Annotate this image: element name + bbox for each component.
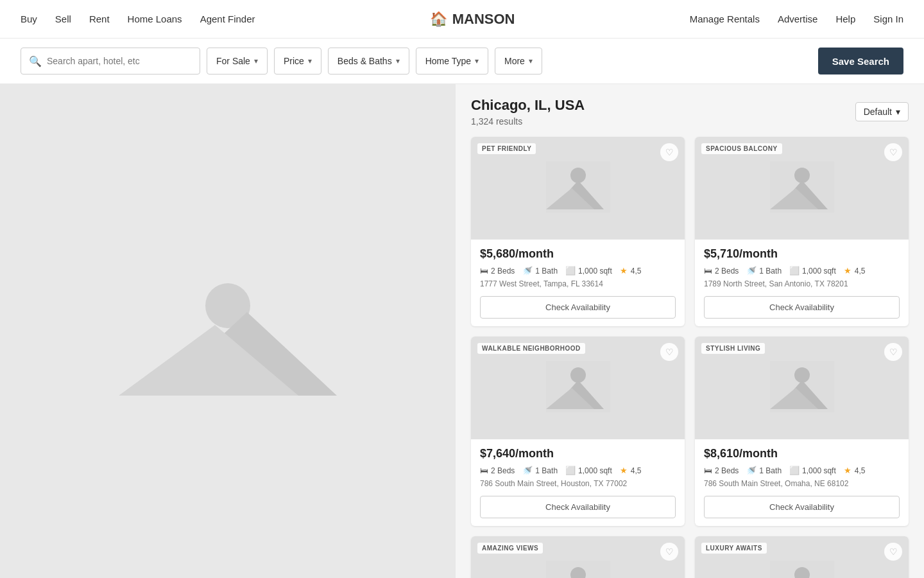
home-type-label: Home Type <box>425 56 471 66</box>
check-availability-button[interactable]: Check Availability <box>704 296 900 319</box>
rating-value: 4,5 <box>855 267 866 276</box>
star-rating: ★ 4,5 <box>620 266 642 276</box>
favorite-button[interactable]: ♡ <box>660 543 678 561</box>
star-rating: ★ 4,5 <box>844 266 866 276</box>
area-icon: ⬜ <box>565 466 576 475</box>
card-price: $5,710/month <box>704 247 900 261</box>
price-filter[interactable]: Price ▾ <box>274 48 321 74</box>
logo-text: MANSON <box>452 11 515 28</box>
baths-value: 1 Bath <box>535 466 558 475</box>
card-badge: AMAZING VIEWS <box>477 543 543 554</box>
star-icon: ★ <box>844 466 851 475</box>
card-details: 🛏 2 Beds 🚿 1 Bath ⬜ 1,000 sqft ★ 4,5 <box>704 466 900 475</box>
card-price: $5,680/month <box>480 247 676 261</box>
card-image: LUXURY AWAITS ♡ <box>695 536 909 578</box>
baths-value: 1 Bath <box>759 466 782 475</box>
chevron-down-icon: ▾ <box>529 57 533 66</box>
baths-detail: 🚿 1 Bath <box>746 466 782 475</box>
baths-detail: 🚿 1 Bath <box>746 266 782 276</box>
save-search-button[interactable]: Save Search <box>818 48 903 74</box>
area-icon: ⬜ <box>789 266 800 276</box>
results-info: Chicago, IL, USA 1,324 results <box>471 97 585 127</box>
listing-card: AMAZING VIEWS ♡ <box>471 536 685 578</box>
bath-icon: 🚿 <box>522 466 533 475</box>
card-address: 786 South Main Street, Omaha, NE 68102 <box>704 479 900 488</box>
results-header: Chicago, IL, USA 1,324 results Default ▾ <box>471 97 909 127</box>
chevron-down-icon: ▾ <box>896 107 900 117</box>
nav-help[interactable]: Help <box>835 13 855 24</box>
favorite-button[interactable]: ♡ <box>884 143 902 161</box>
beds-value: 2 Beds <box>491 267 515 276</box>
chevron-down-icon: ▾ <box>475 57 479 66</box>
sqft-value: 1,000 sqft <box>578 267 612 276</box>
beds-value: 2 Beds <box>715 267 739 276</box>
more-filter[interactable]: More ▾ <box>495 48 542 74</box>
beds-baths-filter[interactable]: Beds & Baths ▾ <box>328 48 409 74</box>
nav-home-loans[interactable]: Home Loans <box>128 13 182 24</box>
beds-value: 2 Beds <box>715 466 739 475</box>
home-type-filter[interactable]: Home Type ▾ <box>416 48 488 74</box>
house-icon: 🏠 <box>430 11 447 28</box>
card-badge: LUXURY AWAITS <box>701 543 767 554</box>
sqft-detail: ⬜ 1,000 sqft <box>789 466 836 475</box>
nav-left: Buy Sell Rent Home Loans Agent Finder <box>21 13 255 24</box>
check-availability-button[interactable]: Check Availability <box>480 496 676 518</box>
chevron-down-icon: ▾ <box>308 57 312 66</box>
results-location: Chicago, IL, USA <box>471 97 585 114</box>
favorite-button[interactable]: ♡ <box>660 143 678 161</box>
card-address: 786 South Main Street, Houston, TX 77002 <box>480 479 676 488</box>
for-sale-filter[interactable]: For Sale ▾ <box>207 48 268 74</box>
sqft-value: 1,000 sqft <box>578 466 612 475</box>
site-logo[interactable]: 🏠 MANSON <box>430 11 515 28</box>
listings-grid: PET FRIENDLY ♡ $5,680/month 🛏 2 Beds <box>471 137 909 578</box>
listing-card: WALKABLE NEIGHBORHOOD ♡ $7,640/month 🛏 2… <box>471 337 685 526</box>
nav-sell[interactable]: Sell <box>55 13 71 24</box>
more-label: More <box>504 56 525 66</box>
baths-detail: 🚿 1 Bath <box>522 466 558 475</box>
nav-right: Manage Rentals Advertise Help Sign In <box>690 13 903 24</box>
bath-icon: 🚿 <box>522 266 533 276</box>
baths-value: 1 Bath <box>759 267 782 276</box>
nav-buy[interactable]: Buy <box>21 13 37 24</box>
check-availability-button[interactable]: Check Availability <box>704 496 900 518</box>
card-details: 🛏 2 Beds 🚿 1 Bath ⬜ 1,000 sqft ★ 4,5 <box>704 266 900 276</box>
sqft-detail: ⬜ 1,000 sqft <box>789 266 836 276</box>
bed-icon: 🛏 <box>704 466 712 475</box>
search-input-wrap[interactable]: 🔍 <box>21 48 200 74</box>
card-badge: WALKABLE NEIGHBORHOOD <box>477 343 585 354</box>
property-image-placeholder <box>770 561 834 578</box>
rating-value: 4,5 <box>855 466 866 475</box>
beds-baths-label: Beds & Baths <box>338 56 392 66</box>
sqft-detail: ⬜ 1,000 sqft <box>565 466 612 475</box>
card-image: WALKABLE NEIGHBORHOOD ♡ <box>471 337 685 439</box>
bed-icon: 🛏 <box>480 466 488 475</box>
card-address: 1789 North Street, San Antonio, TX 78201 <box>704 279 900 288</box>
nav-agent-finder[interactable]: Agent Finder <box>200 13 255 24</box>
sqft-value: 1,000 sqft <box>802 267 836 276</box>
sort-dropdown[interactable]: Default ▾ <box>855 102 909 121</box>
search-icon: 🔍 <box>29 55 42 67</box>
card-image: PET FRIENDLY ♡ <box>471 137 685 240</box>
map-area[interactable] <box>0 84 456 578</box>
favorite-button[interactable]: ♡ <box>884 343 902 361</box>
listing-card: PET FRIENDLY ♡ $5,680/month 🛏 2 Beds <box>471 137 685 326</box>
star-icon: ★ <box>620 266 628 276</box>
card-address: 1777 West Street, Tampa, FL 33614 <box>480 279 676 288</box>
for-sale-label: For Sale <box>216 56 250 66</box>
sqft-value: 1,000 sqft <box>802 466 836 475</box>
search-input[interactable] <box>47 56 192 66</box>
card-details: 🛏 2 Beds 🚿 1 Bath ⬜ 1,000 sqft ★ 4,5 <box>480 466 676 475</box>
card-image: STYLISH LIVING ♡ <box>695 337 909 439</box>
rating-value: 4,5 <box>631 267 642 276</box>
bath-icon: 🚿 <box>746 466 757 475</box>
favorite-button[interactable]: ♡ <box>884 543 902 561</box>
card-body: $8,610/month 🛏 2 Beds 🚿 1 Bath ⬜ 1,000 s… <box>695 439 909 526</box>
results-panel: Chicago, IL, USA 1,324 results Default ▾… <box>456 84 924 578</box>
nav-sign-in[interactable]: Sign In <box>873 13 903 24</box>
nav-rent[interactable]: Rent <box>89 13 110 24</box>
favorite-button[interactable]: ♡ <box>660 343 678 361</box>
nav-advertise[interactable]: Advertise <box>778 13 818 24</box>
nav-manage-rentals[interactable]: Manage Rentals <box>690 13 760 24</box>
baths-value: 1 Bath <box>535 267 558 276</box>
check-availability-button[interactable]: Check Availability <box>480 296 676 319</box>
